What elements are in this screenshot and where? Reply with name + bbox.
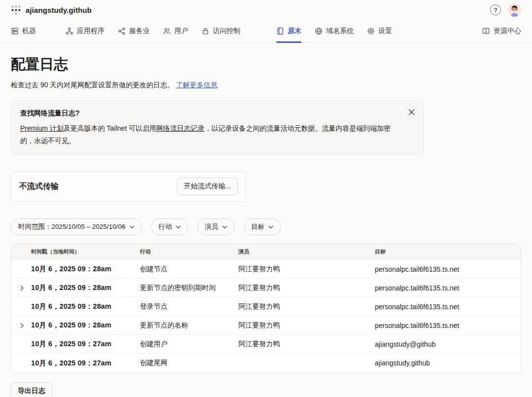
config-log-table: 时间戳（当地时间） 行动 演员 目标 10月 6，2025 09：28am 创建…	[11, 243, 521, 373]
export-logs-button[interactable]: 导出日志	[11, 382, 52, 397]
cell-target: personalpc.tail6f6135.ts.net	[375, 265, 521, 273]
table-row: 10月 6，2025 09：27am 创建用户 阿江要努力鸭 ajiangstu…	[11, 335, 521, 354]
nav-services-label: 服务业	[129, 27, 150, 36]
chevron-right-icon[interactable]	[19, 284, 25, 291]
cell-target: ajiangstudy.github	[375, 359, 521, 367]
topbar: ajiangstudy.github ?	[0, 0, 532, 20]
banner-text-1: 及更高版本的 Tailnet 可以启用	[64, 124, 156, 132]
machines-icon	[11, 27, 19, 35]
lock-icon	[201, 27, 209, 35]
chevron-down-icon	[222, 225, 227, 229]
cell-target: personalpc.tail6f6135.ts.net	[375, 303, 521, 311]
nav-services[interactable]: 服务业	[118, 20, 150, 42]
col-header-target: 目标	[375, 248, 521, 255]
learn-more-link[interactable]: 了解更多信息	[176, 81, 217, 89]
time-range-filter-label: 时间范围：2025/10/05 – 2025/10/06	[18, 222, 126, 231]
cell-timestamp: 10月 6，2025 09：28am	[11, 283, 140, 292]
cell-action: 创建节点	[140, 265, 238, 274]
gear-icon	[367, 27, 375, 35]
target-filter[interactable]: 目标	[244, 218, 281, 235]
target-filter-label: 目标	[251, 222, 265, 231]
chevron-down-icon	[176, 225, 181, 229]
nav-machines-label: 机器	[22, 27, 36, 36]
chevron-down-icon	[130, 225, 134, 229]
start-streaming-button[interactable]: 开始流式传输...	[177, 178, 238, 195]
tailscale-grid-logo-icon	[11, 5, 21, 15]
cell-actor: 阿江要努力鸭	[238, 321, 375, 330]
cell-timestamp: 10月 6，2025 09：28am	[11, 321, 140, 330]
table-row: 10月 6，2025 09：27am 创建尾网 ajiangstudy.gith…	[11, 354, 521, 372]
main-content: 配置日志 检查过去 90 天内对尾网配置设置所做的更改的日志。 了解更多信息 查…	[0, 43, 532, 397]
tailnet-name: ajiangstudy.github	[26, 6, 92, 14]
time-range-filter[interactable]: 时间范围：2025/10/05 – 2025/10/06	[11, 218, 142, 235]
flow-logs-banner: 查找网络流量日志? Premium 计划及更高版本的 Tailnet 可以启用网…	[11, 100, 424, 155]
nav-users[interactable]: 用户	[163, 20, 188, 42]
nav-apps[interactable]: 应用程序	[66, 20, 104, 42]
col-header-actor: 演员	[238, 248, 375, 255]
cell-timestamp: 10月 6，2025 09：28am	[11, 264, 140, 274]
close-icon[interactable]	[407, 108, 416, 116]
table-row[interactable]: 10月 6，2025 09：28am 更新节点的密钥到期时间 阿江要努力鸭 pe…	[11, 279, 521, 297]
cell-action: 创建用户	[140, 340, 238, 349]
cell-action: 更新节点的名称	[140, 321, 238, 330]
nav-users-label: 用户	[174, 27, 188, 36]
nav-dns[interactable]: 域名系统	[315, 20, 354, 42]
nav-access-controls-label: 访问控制	[213, 27, 240, 36]
nav-machines[interactable]: 机器	[11, 20, 36, 42]
cell-timestamp: 10月 6，2025 09：28am	[11, 302, 140, 311]
cell-action: 更新节点的密钥到期时间	[140, 284, 238, 292]
globe-icon	[315, 27, 323, 35]
cell-target: personalpc.tail6f6135.ts.net	[375, 284, 521, 292]
chevron-right-icon[interactable]	[19, 322, 25, 329]
help-icon[interactable]: ?	[490, 4, 501, 15]
nav-apps-label: 应用程序	[77, 27, 104, 36]
table-row: 10月 6，2025 09：28am 创建节点 阿江要努力鸭 personalp…	[11, 260, 521, 279]
nav-settings-label: 设置	[378, 27, 392, 36]
nav-access-controls[interactable]: 访问控制	[201, 20, 240, 42]
services-share-icon	[118, 27, 126, 35]
nav-dns-label: 域名系统	[326, 27, 354, 36]
chevron-down-icon	[268, 225, 273, 229]
cell-actor: 阿江要努力鸭	[238, 265, 375, 274]
page-title: 配置日志	[11, 55, 521, 74]
actor-filter[interactable]: 演员	[198, 218, 234, 235]
action-filter[interactable]: 行动	[151, 218, 188, 235]
users-icon	[163, 27, 171, 35]
nav-logs[interactable]: 原木	[276, 20, 301, 42]
log-streaming-card: 不流式传输 开始流式传输...	[11, 171, 246, 202]
nav-resource-center-label: 资源中心	[494, 27, 521, 36]
cell-actor: 阿江要努力鸭	[238, 340, 375, 349]
network-flow-logs-link[interactable]: 网络流日志记录	[156, 124, 204, 132]
cell-target: personalpc.tail6f6135.ts.net	[375, 322, 521, 329]
cell-action: 创建尾网	[140, 359, 238, 367]
table-header-row: 时间戳（当地时间） 行动 演员 目标	[11, 244, 521, 260]
topbar-actions: ?	[490, 3, 521, 17]
brand: ajiangstudy.github	[11, 5, 92, 15]
cell-target: ajiangstudy@github	[375, 340, 521, 348]
action-filter-label: 行动	[159, 222, 172, 231]
page-description-text: 检查过去 90 天内对尾网配置设置所做的更改的日志。	[11, 81, 174, 89]
table-row[interactable]: 10月 6，2025 09：28am 更新节点的名称 阿江要努力鸭 person…	[11, 316, 521, 335]
page-description: 检查过去 90 天内对尾网配置设置所做的更改的日志。 了解更多信息	[11, 81, 521, 90]
banner-body: Premium 计划及更高版本的 Tailnet 可以启用网络流日志记录，以记录…	[20, 122, 404, 147]
premium-plan-link[interactable]: Premium 计划	[20, 124, 64, 132]
banner-title: 查找网络流量日志?	[20, 109, 414, 118]
cell-timestamp: 10月 6，2025 09：27am	[11, 339, 140, 349]
streaming-status: 不流式传输	[19, 181, 59, 192]
user-avatar[interactable]	[508, 3, 521, 17]
apps-icon	[66, 27, 73, 35]
cell-action: 登录节点	[140, 302, 238, 311]
table-row: 10月 6，2025 09：28am 登录节点 阿江要努力鸭 personalp…	[11, 297, 521, 316]
col-header-timestamp: 时间戳（当地时间）	[11, 248, 140, 255]
actor-filter-label: 演员	[205, 222, 218, 231]
nav-logs-label: 原木	[288, 27, 301, 36]
nav-settings[interactable]: 设置	[367, 20, 392, 42]
open-book-icon	[482, 27, 490, 35]
col-header-action: 行动	[140, 248, 238, 255]
logs-journal-icon	[276, 27, 284, 35]
cell-actor: 阿江要努力鸭	[238, 302, 375, 311]
cell-actor: 阿江要努力鸭	[238, 284, 375, 292]
log-filters: 时间范围：2025/10/05 – 2025/10/06 行动 演员 目标	[11, 218, 521, 235]
nav-resource-center[interactable]: 资源中心	[482, 20, 521, 42]
cell-timestamp: 10月 6，2025 09：27am	[11, 359, 140, 368]
